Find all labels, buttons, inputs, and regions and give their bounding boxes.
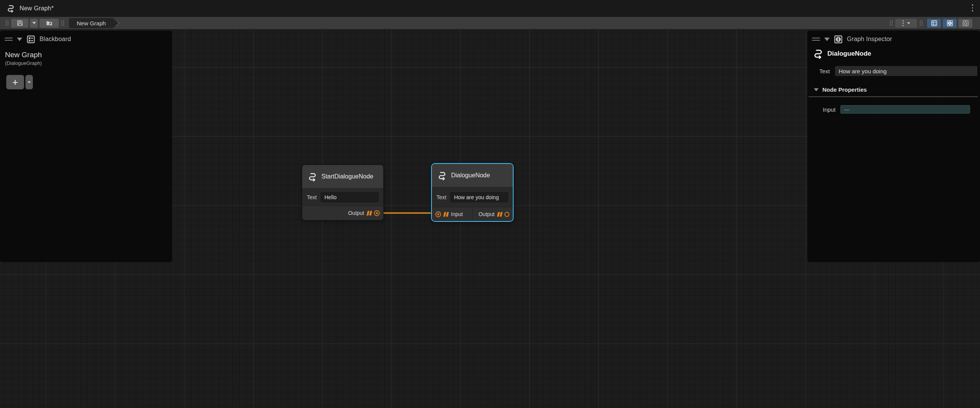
node-title: StartDialogueNode [321,173,373,180]
section-divider [809,96,978,97]
foldout-triangle-icon[interactable] [824,38,830,41]
title-bar: New Graph* [0,0,980,17]
node-port-row: Output [302,206,383,220]
input-property-label: Input [823,106,835,113]
output-port-label: Output [348,210,364,216]
node-type-icon [307,172,318,182]
text-field-input[interactable]: How are you doing [835,66,977,76]
breadcrumb-graph-tab[interactable]: New Graph [69,18,118,28]
toolbar-drag-handle[interactable] [920,20,922,26]
dialogue-port-type-icon [443,212,449,217]
save-icon [17,20,23,26]
breadcrumb-label: New Graph [77,20,106,26]
text-field-input[interactable]: How are you doing [450,192,508,202]
output-port-connected[interactable] [374,210,380,216]
node-properties-title: Node Properties [822,86,867,93]
toolbar-drag-handle[interactable] [61,20,64,26]
text-field-label: Text [436,194,446,200]
window-menu-kebab-icon[interactable] [972,4,973,12]
open-asset-button[interactable] [40,19,59,28]
foldout-triangle-icon[interactable] [17,38,22,41]
blackboard-title: Blackboard [40,36,71,43]
node-title-bar[interactable]: DialogueNode [432,164,513,187]
inspector-toggle-button[interactable] [943,19,957,28]
output-port-empty[interactable] [504,212,509,217]
chevron-down-icon [32,22,36,24]
toolbar-drag-handle[interactable] [6,20,8,26]
add-property-dropdown-button[interactable] [25,75,33,89]
save-button[interactable] [11,19,28,28]
blackboard-icon [931,20,937,26]
node-type-icon [812,48,824,59]
text-field-label: Text [819,68,830,74]
vertical-dots-icon [903,20,904,26]
toolbar-drag-handle[interactable] [890,20,893,26]
folder-open-icon [46,20,53,26]
blackboard-icon [26,35,35,44]
graph-name: New Graph [5,51,172,59]
blackboard-toggle-button[interactable] [927,19,941,28]
chevron-down-icon [28,81,31,83]
node-title-bar[interactable]: StartDialogueNode [302,165,383,188]
node-body: Text Hello [302,188,383,206]
add-property-button[interactable]: + [6,75,24,89]
info-icon [947,20,953,26]
chevron-down-icon [907,22,910,24]
dialogue-port-type-icon [366,211,372,216]
window-title: New Graph* [20,5,54,12]
blackboard-panel: Blackboard New Graph (DialogueGraph) + [0,31,172,262]
inspected-node-row: DialogueNode [807,48,980,59]
toolbar: New Graph [0,17,980,30]
inspected-node-title: DialogueNode [827,50,871,58]
node-properties-foldout[interactable]: Node Properties [807,86,980,93]
node-start-dialogue[interactable]: StartDialogueNode Text Hello Output [302,165,384,220]
inspector-text-row: Text How are you doing [807,66,980,76]
inspector-title: Graph Inspector [847,36,892,43]
node-port-row: Input Output [432,207,513,221]
inspector-input-row: Input — [807,105,980,114]
graph-type: (DialogueGraph) [5,60,172,66]
foldout-triangle-icon [814,88,819,91]
output-port-label: Output [478,211,494,217]
dialogue-port-type-icon [497,212,502,217]
graph-inspector-panel: Graph Inspector DialogueNode Text How ar… [807,31,980,262]
toolbar-options-button[interactable] [895,19,917,28]
info-icon [834,35,843,44]
preview-droplet-icon [962,20,969,26]
node-type-icon [437,170,447,181]
edge-start-to-dialogue[interactable] [379,212,437,214]
panel-drag-handle-icon[interactable] [812,38,820,41]
input-port-label: Input [451,211,463,217]
text-field-input[interactable]: Hello [321,192,379,202]
blackboard-header: Blackboard [0,31,172,48]
graph-asset-icon [6,4,15,13]
preview-toggle-button[interactable] [959,19,972,28]
save-dropdown-button[interactable] [30,19,38,28]
input-property-field[interactable]: — [840,105,970,114]
editor-window: New Graph* [0,0,980,408]
input-port-connected[interactable] [435,211,441,217]
inspector-header: Graph Inspector [807,31,980,48]
node-body: Text How are you doing [432,187,513,207]
node-dialogue-selected[interactable]: DialogueNode Text How are you doing Inpu… [431,163,514,222]
panel-drag-handle-icon[interactable] [5,38,13,41]
node-title: DialogueNode [451,172,490,179]
text-field-label: Text [307,194,317,200]
